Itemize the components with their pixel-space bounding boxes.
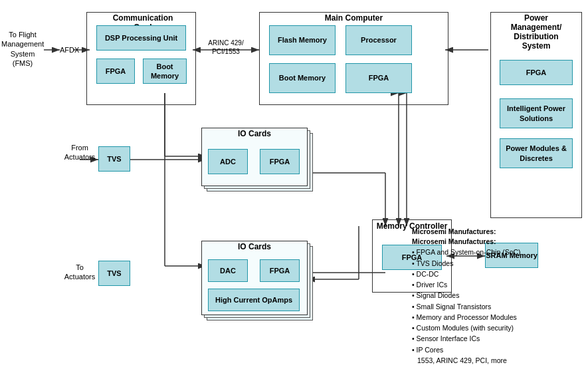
bullet-item-8: • Custom Modules (with security) bbox=[412, 322, 578, 333]
tvs-top-box: TVS bbox=[98, 146, 130, 172]
fms-label: To FlightManagementSystem(FMS) bbox=[1, 30, 44, 68]
boot-mem-comm-box: Boot Memory bbox=[143, 59, 187, 84]
bullet-item-3: • DC-DC bbox=[412, 269, 578, 279]
main-computer-label: Main Computer bbox=[259, 13, 448, 23]
afdx-label: AFDX bbox=[60, 45, 73, 55]
bullet-item-5: • Signal Diodes bbox=[412, 290, 578, 301]
bullet-item-10: • IP Cores bbox=[412, 344, 578, 355]
adc-box: ADC bbox=[208, 149, 248, 174]
bullet-item-6: • Small Signal Transistors bbox=[412, 301, 578, 312]
bullet-item-2: • TVS Diodes bbox=[412, 258, 578, 269]
fpga-io-top-box: FPGA bbox=[260, 149, 300, 174]
bullet-item-7: • Memory and Processor Modules bbox=[412, 312, 578, 322]
bullet-item-9: • Sensor Interface ICs bbox=[412, 333, 578, 344]
bullet-item-11: 1553, ARINC 429, PCI, more bbox=[412, 355, 578, 366]
from-actuators-label: FromActuators bbox=[60, 143, 100, 162]
fpga-io-bottom-box: FPGA bbox=[260, 259, 300, 282]
microsemi-list: Microsemi Manufactures: • FPGA and Syste… bbox=[412, 236, 578, 366]
io-cards-bottom-label: IO Cards bbox=[201, 242, 308, 251]
high-current-box: High Current OpAmps bbox=[208, 289, 300, 311]
power-modules-box: Power Modules & Discretes bbox=[500, 138, 573, 168]
intelligent-power-box: Intelligent Power Solutions bbox=[500, 98, 573, 128]
power-mgmt-label: PowerManagement/DistributionSystem bbox=[490, 13, 582, 51]
fpga-comm-box: FPGA bbox=[96, 59, 135, 84]
flash-mem-box: Flash Memory bbox=[269, 25, 336, 55]
fpga-power-box: FPGA bbox=[500, 60, 573, 85]
dac-box: DAC bbox=[208, 259, 248, 282]
tvs-bottom-box: TVS bbox=[98, 261, 130, 286]
processor-box: Processor bbox=[345, 25, 412, 55]
bullet-item-4: • Driver ICs bbox=[412, 279, 578, 290]
arinc-label: ARINC 429/PCI/1553 bbox=[199, 39, 252, 56]
io-cards-top-label: IO Cards bbox=[201, 129, 308, 138]
microsemi-title: Microsemi Manufactures: bbox=[412, 236, 578, 247]
to-actuators-label: ToActuators bbox=[60, 263, 100, 282]
fpga-main-box: FPGA bbox=[345, 63, 412, 93]
boot-mem-main-box: Boot Memory bbox=[269, 63, 336, 93]
bullet-item-1: • FPGA and System-on-Chip (SoC) bbox=[412, 247, 578, 257]
dsp-box: DSP Processing Unit bbox=[96, 25, 186, 51]
diagram: To FlightManagementSystem(FMS) AFDX Comm… bbox=[0, 0, 588, 385]
